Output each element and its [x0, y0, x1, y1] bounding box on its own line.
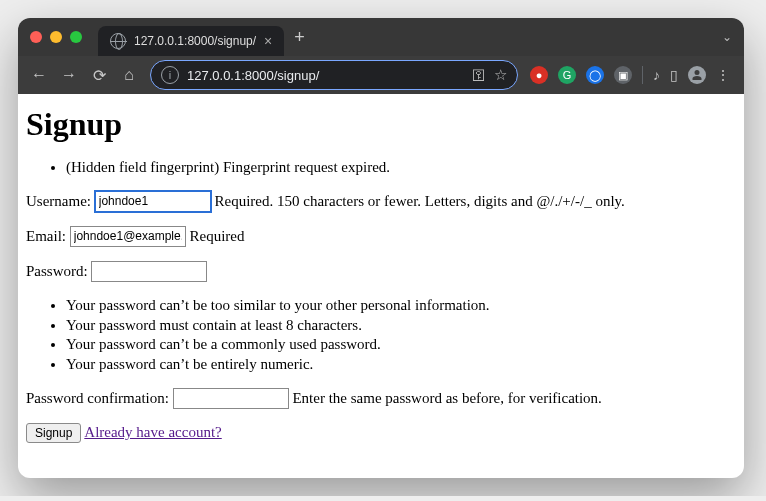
- browser-menu-icon[interactable]: ⋮: [716, 67, 732, 83]
- browser-window: 127.0.0.1:8000/signup/ × + ⌄ ← → ⟳ ⌂ i 1…: [18, 18, 744, 478]
- home-button[interactable]: ⌂: [120, 66, 138, 84]
- globe-icon: [110, 33, 126, 49]
- login-link[interactable]: Already have account?: [84, 424, 221, 440]
- signup-button[interactable]: Signup: [26, 423, 81, 443]
- password2-input[interactable]: [173, 388, 289, 409]
- form-errors-list: (Hidden field fingerprint) Fingerprint r…: [26, 158, 736, 177]
- minimize-window-button[interactable]: [50, 31, 62, 43]
- browser-tab[interactable]: 127.0.0.1:8000/signup/ ×: [98, 26, 284, 56]
- close-window-button[interactable]: [30, 31, 42, 43]
- new-tab-button[interactable]: +: [284, 27, 315, 48]
- password-rule: Your password can’t be entirely numeric.: [66, 355, 736, 374]
- password-rule: Your password can’t be a commonly used p…: [66, 335, 736, 354]
- extension-icon[interactable]: ▣: [614, 66, 632, 84]
- tab-dropdown-icon[interactable]: ⌄: [722, 30, 732, 44]
- password2-row: Password confirmation: Enter the same pa…: [26, 388, 736, 409]
- window-controls: [30, 31, 82, 43]
- extension-icon[interactable]: G: [558, 66, 576, 84]
- url-text: 127.0.0.1:8000/signup/: [187, 68, 464, 83]
- password-rule: Your password must contain at least 8 ch…: [66, 316, 736, 335]
- username-row: Username: Required. 150 characters or fe…: [26, 191, 736, 212]
- profile-avatar[interactable]: [688, 66, 706, 84]
- bookmark-star-icon[interactable]: ☆: [494, 66, 507, 84]
- forward-button[interactable]: →: [60, 66, 78, 84]
- password2-help: Enter the same password as before, for v…: [292, 389, 601, 405]
- maximize-window-button[interactable]: [70, 31, 82, 43]
- extensions: ● G ◯ ▣ ♪ ▯ ⋮: [530, 66, 732, 84]
- actions-row: Signup Already have account?: [26, 423, 736, 443]
- email-label: Email:: [26, 227, 66, 243]
- password-rule: Your password can’t be too similar to yo…: [66, 296, 736, 315]
- page-body: Signup (Hidden field fingerprint) Finger…: [18, 104, 744, 443]
- site-info-icon[interactable]: i: [161, 66, 179, 84]
- extension-icon[interactable]: ●: [530, 66, 548, 84]
- tab-title: 127.0.0.1:8000/signup/: [134, 34, 256, 48]
- close-tab-icon[interactable]: ×: [264, 33, 272, 49]
- extension-icon[interactable]: ◯: [586, 66, 604, 84]
- password-key-icon[interactable]: ⚿: [472, 67, 486, 83]
- email-row: Email: Required: [26, 226, 736, 247]
- password-row: Password:: [26, 261, 736, 282]
- address-bar[interactable]: i 127.0.0.1:8000/signup/ ⚿ ☆: [150, 60, 518, 90]
- toolbar-divider: [642, 66, 643, 84]
- password-label: Password:: [26, 262, 88, 278]
- username-help: Required. 150 characters or fewer. Lette…: [214, 192, 624, 208]
- password-input[interactable]: [91, 261, 207, 282]
- titlebar: 127.0.0.1:8000/signup/ × + ⌄: [18, 18, 744, 56]
- side-panel-icon[interactable]: ▯: [670, 67, 678, 83]
- form-error: (Hidden field fingerprint) Fingerprint r…: [66, 158, 736, 177]
- email-help: Required: [190, 227, 245, 243]
- password2-label: Password confirmation:: [26, 389, 169, 405]
- page-title: Signup: [26, 104, 736, 144]
- toolbar: ← → ⟳ ⌂ i 127.0.0.1:8000/signup/ ⚿ ☆ ● G…: [18, 56, 744, 94]
- reload-button[interactable]: ⟳: [90, 66, 108, 85]
- username-label: Username:: [26, 192, 91, 208]
- username-input[interactable]: [95, 191, 211, 212]
- back-button[interactable]: ←: [30, 66, 48, 84]
- email-input[interactable]: [70, 226, 186, 247]
- media-control-icon[interactable]: ♪: [653, 67, 660, 83]
- password-rules-list: Your password can’t be too similar to yo…: [26, 296, 736, 374]
